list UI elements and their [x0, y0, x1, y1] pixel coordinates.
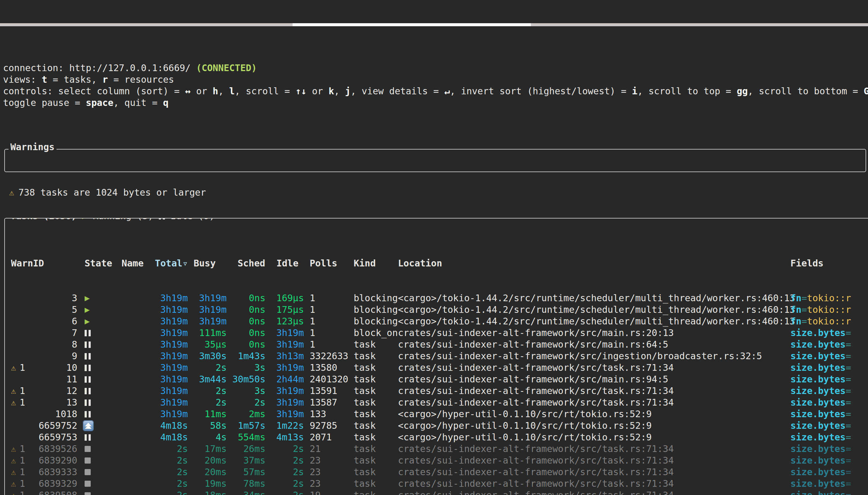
task-kind: block_on: [348, 327, 393, 339]
warn-count: 1: [19, 397, 25, 408]
running-icon: ▶: [85, 304, 90, 315]
task-fields: size.bytes=: [785, 443, 868, 455]
task-polls: 2071: [304, 431, 348, 443]
column-header-busy[interactable]: Busy: [188, 258, 227, 269]
column-header-sched[interactable]: Sched: [227, 258, 265, 269]
task-total: 3h19m: [155, 327, 188, 339]
table-row[interactable]: 6 ▶ 3h19m 3h19m 0ns 123µs 1 blocking <ca…: [11, 315, 868, 327]
task-idle: 2s: [265, 443, 304, 455]
task-kind: blocking: [348, 315, 393, 327]
task-location: crates/sui-indexer-alt-framework/src/tas…: [393, 455, 785, 466]
column-header-total[interactable]: Total▿: [155, 258, 188, 269]
field-equals: =: [846, 351, 851, 361]
column-header-id[interactable]: ID: [33, 258, 77, 269]
column-header-warn[interactable]: Warn: [11, 258, 33, 269]
task-busy: 3m30s: [188, 351, 227, 362]
task-id: 7: [33, 327, 77, 339]
column-header-idle[interactable]: Idle: [265, 258, 304, 269]
task-idle: 3h19m: [265, 408, 304, 420]
task-idle: 2s: [265, 478, 304, 490]
warn-cell: ⚠1: [11, 490, 33, 495]
task-busy: 20ms: [188, 455, 227, 466]
table-row[interactable]: 11 ▶ 3h19m 3m44s 30m50s 2h44m 2401320 ta…: [11, 374, 868, 385]
task-fields: size.bytes=: [785, 385, 868, 397]
column-header-location[interactable]: Location: [393, 258, 785, 269]
field-equals: =: [846, 374, 851, 385]
table-row[interactable]: ⚠1 6839329 ▶ 2s 19ms 78ms 2s 23 task cra…: [11, 478, 868, 490]
paused-icon: [85, 353, 91, 359]
task-location: crates/sui-indexer-alt-framework/src/tas…: [393, 478, 785, 490]
task-fields: size.bytes=: [785, 455, 868, 466]
column-header-name[interactable]: Name: [121, 258, 155, 269]
task-sched: 78ms: [227, 478, 265, 490]
task-busy: 2s: [188, 362, 227, 374]
task-location: crates/sui-indexer-alt-framework/src/tas…: [393, 385, 785, 397]
task-fields: size.bytes=: [785, 339, 868, 351]
task-id: 6839333: [33, 466, 77, 478]
task-busy: 4s: [188, 431, 227, 443]
column-header-polls[interactable]: Polls: [304, 258, 348, 269]
task-sched: 0ns: [227, 327, 265, 339]
task-idle: 2s: [265, 455, 304, 466]
field-key: size.bytes: [790, 455, 846, 466]
table-row[interactable]: ⚠1 12 ▶ 3h19m 2s 3s 3h19m 13591 task cra…: [11, 385, 868, 397]
task-polls: 21: [304, 443, 348, 455]
table-row[interactable]: ⚠1 6839290 ▶ 2s 20ms 37ms 2s 23 task cra…: [11, 455, 868, 466]
column-header-state[interactable]: State: [77, 258, 121, 269]
task-state: ▶: [77, 341, 121, 348]
table-row[interactable]: 9 ▶ 3h19m 3m30s 1m43s 3h13m 3322633 task…: [11, 351, 868, 362]
task-state: ▶: [77, 492, 121, 495]
task-id: 6839508: [33, 490, 77, 495]
warning-icon: ⚠: [11, 455, 16, 466]
table-row[interactable]: 5 ▶ 3h19m 3h19m 0ns 175µs 1 blocking <ca…: [11, 304, 868, 315]
field-equals: =: [846, 467, 851, 477]
table-row[interactable]: 1018 ▶ 3h19m 11ms 2ms 3h19m 133 task <ca…: [11, 408, 868, 420]
task-sched: 3s: [227, 362, 265, 374]
task-idle: 3h19m: [265, 362, 304, 374]
task-id: 5: [33, 304, 77, 315]
task-kind: task: [348, 351, 393, 362]
table-row[interactable]: ⚠1 6839526 ▶ 2s 17ms 26ms 2s 21 task cra…: [11, 443, 868, 455]
warning-icon: ⚠: [11, 478, 16, 490]
active-tab[interactable]: [293, 23, 531, 26]
task-idle: 4m13s: [265, 431, 304, 443]
task-kind: task: [348, 431, 393, 443]
task-total: 2s: [155, 443, 188, 455]
paused-icon: [85, 388, 91, 394]
table-row[interactable]: 6659752 ▶ 4m18s 58s 1m57s 1m22s 92785 ta…: [11, 420, 868, 431]
field-key: size.bytes: [790, 467, 846, 477]
warn-cell: ⚠1: [11, 385, 33, 397]
field-value: tokio::r: [807, 316, 851, 326]
warning-icon: ⚠: [11, 397, 16, 408]
table-row[interactable]: 6659753 ▶ 4m18s 4s 554ms 4m13s 2071 task…: [11, 431, 868, 443]
task-busy: 20ms: [188, 466, 227, 478]
task-polls: 1: [304, 292, 348, 304]
running-icon: ▶: [85, 292, 90, 304]
field-key: size.bytes: [790, 374, 846, 385]
field-equals: =: [846, 478, 851, 489]
task-kind: blocking: [348, 304, 393, 315]
table-row[interactable]: ⚠1 13 ▶ 3h19m 2s 2s 3h19m 13587 task cra…: [11, 397, 868, 408]
scheduled-icon: [83, 420, 94, 431]
table-row[interactable]: 7 ▶ 3h19m 111ms 0ns 3h19m 1 block_on cra…: [11, 327, 868, 339]
task-idle: 3h19m: [265, 327, 304, 339]
column-header-fields[interactable]: Fields: [785, 258, 868, 269]
table-row[interactable]: 3 ▶ 3h19m 3h19m 0ns 169µs 1 blocking <ca…: [11, 292, 868, 304]
task-idle: 1m22s: [265, 420, 304, 431]
table-row[interactable]: ⚠1 10 ▶ 3h19m 2s 3s 3h19m 13580 task cra…: [11, 362, 868, 374]
table-row[interactable]: ⚠1 6839508 ▶ 2s 18ms 34ms 2s 19 task cra…: [11, 490, 868, 495]
task-busy: 2s: [188, 397, 227, 408]
warn-cell: ⚠1: [11, 466, 33, 478]
task-polls: 1: [304, 315, 348, 327]
paused-icon: [159, 218, 165, 219]
paused-icon: [85, 341, 91, 348]
task-idle: 169µs: [265, 292, 304, 304]
table-row[interactable]: ⚠1 6839333 ▶ 2s 20ms 57ms 2s 23 task cra…: [11, 466, 868, 478]
task-sched: 57ms: [227, 466, 265, 478]
task-busy: 3h19m: [188, 315, 227, 327]
task-busy: 18ms: [188, 490, 227, 495]
warn-cell: ⚠1: [11, 455, 33, 466]
column-header-kind[interactable]: Kind: [348, 258, 393, 269]
task-kind: task: [348, 374, 393, 385]
table-row[interactable]: 8 ▶ 3h19m 35µs 0ns 3h19m 1 task crates/s…: [11, 339, 868, 351]
